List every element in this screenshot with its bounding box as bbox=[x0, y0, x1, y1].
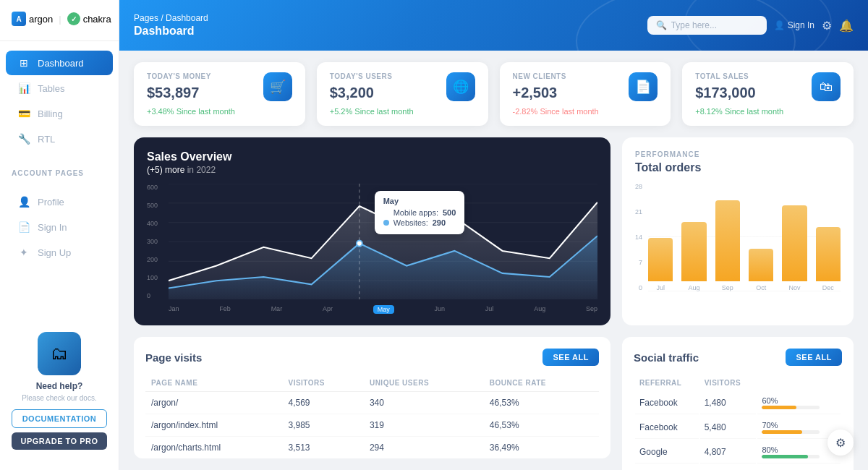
cell-visitors: 4,569 bbox=[282, 392, 363, 414]
pct-label: 80% bbox=[762, 445, 778, 454]
search-box[interactable]: 🔍 bbox=[647, 16, 767, 35]
page-visits-title: Page visits bbox=[145, 351, 202, 364]
dashboard-icon: ⊞ bbox=[17, 57, 30, 69]
cell-visitors: 3,985 bbox=[282, 414, 363, 437]
content-area: Sales Overview (+5) more in 2022 600 500… bbox=[119, 137, 868, 470]
mobile-dot bbox=[383, 210, 389, 215]
settings-icon[interactable]: ⚙ bbox=[822, 19, 832, 33]
cell-visitors-val: 5,480 bbox=[700, 416, 757, 439]
argon-icon: A bbox=[12, 12, 26, 26]
sidebar-item-profile[interactable]: 👤 Profile bbox=[6, 189, 113, 214]
search-input[interactable] bbox=[671, 20, 758, 30]
signup-icon: ✦ bbox=[17, 247, 30, 258]
stat-total-sales: TOTAL SALES $173,000 +8.12% Since last m… bbox=[682, 62, 854, 126]
bars-container: Jul Aug Sep Oct Nov Dec bbox=[648, 183, 841, 291]
sidebar-item-dashboard[interactable]: ⊞ Dashboard bbox=[6, 51, 113, 75]
tables-icon: 📊 bbox=[17, 82, 30, 94]
cell-unique: 340 bbox=[364, 392, 484, 414]
active-month-label: May bbox=[373, 305, 394, 314]
cell-referral: Facebook bbox=[635, 391, 699, 414]
rtl-icon: 🔧 bbox=[17, 133, 30, 145]
right-panel: PERFORMANCE Total orders 28 21 14 7 0 Ju… bbox=[622, 137, 854, 458]
topbar-right: 🔍 👤 Sign In ⚙ 🔔 bbox=[647, 16, 854, 35]
sidebar-label-rtl: RTL bbox=[38, 134, 55, 145]
bar-label: Oct bbox=[756, 284, 766, 291]
stat-text-total-sales: TOTAL SALES $173,000 +8.12% Since last m… bbox=[695, 72, 783, 116]
chart-subtitle-suffix: in 2022 bbox=[187, 165, 216, 175]
help-title: Need help? bbox=[12, 381, 107, 391]
sidebar-item-signup[interactable]: ✦ Sign Up bbox=[6, 240, 113, 265]
stat-icon-2: 📄 bbox=[629, 72, 658, 101]
bar bbox=[715, 200, 740, 282]
chart-subtitle: (+5) more in 2022 bbox=[147, 165, 597, 175]
col-visitors: VISITORS bbox=[282, 375, 363, 392]
stat-change-3: +8.12% Since last month bbox=[695, 107, 783, 116]
account-nav: 👤 Profile 📄 Sign In ✦ Sign Up bbox=[0, 180, 119, 274]
bar-label: Jul bbox=[656, 284, 665, 291]
chakra-dot bbox=[67, 12, 80, 25]
stat-value-2: +2,503 bbox=[513, 85, 599, 101]
social-traffic-card: Social traffic SEE ALL REFERRAL VISITORS… bbox=[622, 337, 854, 470]
chart-x-labels: Jan Feb Mar Apr May Jun Jul Aug Sep bbox=[169, 305, 597, 314]
topbar: Pages / Dashboard Dashboard 🔍 👤 Sign In … bbox=[119, 0, 868, 51]
cell-page: /argon/index.html bbox=[145, 414, 282, 437]
cell-unique: 319 bbox=[364, 414, 484, 437]
sidebar-item-billing[interactable]: 💳 Billing bbox=[6, 101, 113, 126]
help-section: 🗂 Need help? Please check our docs. DOCU… bbox=[0, 323, 119, 458]
performance-title: Total orders bbox=[635, 161, 841, 174]
upgrade-button[interactable]: UPGRADE TO PRO bbox=[12, 432, 107, 450]
tooltip-mobile-row: Mobile apps: 500 bbox=[383, 208, 456, 217]
chart-title: Sales Overview bbox=[147, 150, 597, 163]
cell-visitors-val: 4,807 bbox=[700, 440, 757, 463]
progress-bar-fill bbox=[762, 455, 808, 458]
social-row: Google 4,807 80% bbox=[635, 440, 841, 463]
settings-fab[interactable]: ⚙ bbox=[827, 430, 854, 456]
bar-item: Nov bbox=[782, 183, 807, 291]
docs-button[interactable]: DOCUMENTATION bbox=[12, 409, 107, 428]
stat-change-1: +5.2% Since last month bbox=[330, 107, 414, 116]
cell-referral: Facebook bbox=[635, 416, 699, 439]
cell-unique: 294 bbox=[364, 437, 484, 459]
sidebar-label-dashboard: Dashboard bbox=[38, 58, 84, 69]
logo-area: A argon | chakra bbox=[0, 12, 119, 41]
bar-item: Oct bbox=[749, 183, 773, 291]
sidebar-label-tables: Tables bbox=[38, 83, 65, 94]
cell-progress: 75% bbox=[757, 465, 841, 470]
col-visitors-social: VISITORS bbox=[700, 376, 757, 390]
stat-todays-users: TODAY'S USERS $3,200 +5.2% Since last mo… bbox=[317, 62, 488, 126]
stat-change-0: +3.48% Since last month bbox=[147, 107, 235, 116]
svg-point-7 bbox=[357, 240, 362, 246]
stat-label-1: TODAY'S USERS bbox=[330, 72, 414, 80]
tooltip-mobile-value: 500 bbox=[443, 208, 456, 217]
cell-progress: 60% bbox=[757, 391, 841, 414]
bar bbox=[749, 249, 773, 281]
sidebar-item-signin[interactable]: 📄 Sign In bbox=[6, 215, 113, 239]
progress-bar-wrap bbox=[762, 455, 820, 458]
user-icon: 👤 bbox=[774, 20, 785, 30]
progress-bar-fill bbox=[762, 430, 802, 434]
help-icon: 🗂 bbox=[38, 332, 81, 375]
breadcrumb: Pages / Dashboard bbox=[134, 13, 208, 23]
table-row: /argon/charts.html 3,513 294 36,49% bbox=[145, 437, 599, 459]
breadcrumb-pages[interactable]: Pages bbox=[134, 13, 158, 23]
stat-icon-3: 🛍 bbox=[812, 72, 841, 101]
page-visits-header: Page visits SEE ALL bbox=[145, 349, 599, 366]
sidebar-label-profile: Profile bbox=[38, 197, 64, 208]
sidebar-item-tables[interactable]: 📊 Tables bbox=[6, 76, 113, 101]
bar-label: Dec bbox=[822, 284, 834, 291]
sign-in-button[interactable]: 👤 Sign In bbox=[774, 20, 814, 30]
tooltip-month: May bbox=[383, 197, 456, 205]
page-visits-body: /argon/ 4,569 340 46,53% /argon/index.ht… bbox=[145, 392, 599, 459]
account-section-label: ACCOUNT PAGES bbox=[0, 161, 119, 180]
breadcrumb-current: Dashboard bbox=[166, 13, 208, 23]
performance-label: PERFORMANCE bbox=[635, 150, 841, 158]
col-referral: REFERRAL bbox=[635, 376, 699, 390]
sidebar-item-rtl[interactable]: 🔧 RTL bbox=[6, 127, 113, 151]
chakra-logo: chakra bbox=[67, 12, 111, 25]
performance-card: PERFORMANCE Total orders 28 21 14 7 0 Ju… bbox=[622, 137, 854, 325]
social-title: Social traffic bbox=[634, 351, 699, 364]
page-visits-see-all[interactable]: SEE ALL bbox=[542, 349, 599, 366]
col-page-name: PAGE NAME bbox=[145, 375, 282, 392]
social-see-all[interactable]: SEE ALL bbox=[786, 349, 842, 366]
bell-icon[interactable]: 🔔 bbox=[839, 19, 854, 33]
